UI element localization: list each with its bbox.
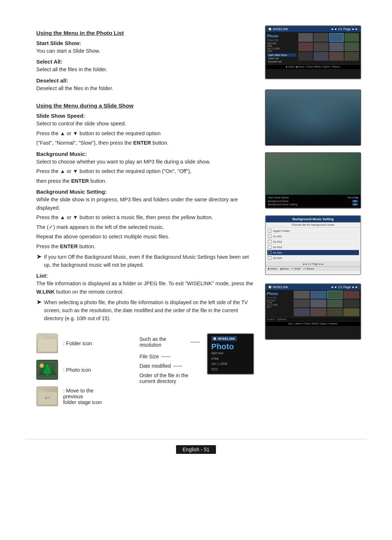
mock4-check-005 (268, 256, 271, 260)
mock3-bgms-label: Background Music Setting (268, 203, 297, 206)
mock3-bgms-on: On (352, 203, 358, 206)
mock1-info: 302*4404KBJun 1,20083/23 (267, 42, 296, 52)
bg-music-setting-text: While the slide show is in progress, MP3… (36, 196, 254, 212)
slide-show-speed-block: Slide Show Speed: Select to control the … (36, 113, 254, 147)
folder-icon-row: : Folder icon (36, 333, 114, 353)
mock5-status-sel: ● Sel 0 (267, 318, 275, 321)
mock4-page: ◄◄ 1/1 Page ►► (266, 262, 360, 266)
mock4-row-002: 02-002 (268, 239, 358, 245)
mock5-subtitle: Photo 001 (267, 297, 292, 299)
select-all-block: Select All: Select all the files in the … (36, 59, 254, 73)
bg-music-setting-block: Background Music Setting: While the slid… (36, 189, 254, 269)
mock2-waterfall (266, 90, 360, 145)
deselect-all-block: Deselect all: Deselect all the files in … (36, 77, 254, 92)
mock3-speed-val: Normal ▶ (347, 196, 358, 199)
bg-music-setting-d1: Press the ▲ or ▼ button to select a musi… (36, 213, 254, 221)
datemodified-annotation: Date modified (139, 363, 200, 369)
section2-heading: Using the Menu during a Slide Show (36, 102, 254, 109)
mock5-footer: lect ◇ Move ↵Enter MENU Option ↩Return (266, 321, 360, 326)
mock3-footer: ■ ▶ ↩ (266, 207, 360, 209)
mock1-thumb-9 (298, 52, 313, 61)
mock5-t6 (310, 299, 326, 307)
deselect-all-label: Deselect all: (36, 77, 254, 84)
select-all-label: Select All: (36, 59, 254, 65)
mock3-speed-label: Slide Show Speed (268, 196, 289, 199)
screen-mockup-1: 🔲 WISELINK ◄◄ 1/1 Page ►► Photo Photo 00… (265, 25, 361, 79)
mock4-footer-enter: ↵ Enter (292, 267, 301, 270)
screen-mockup-3: Slide Show Speed Normal ▶ Background Mus… (265, 152, 361, 209)
mock3-waterfall (266, 153, 360, 195)
mock1-subtitle: Photo 001 (267, 39, 296, 41)
mock1-thumb-7 (329, 43, 344, 51)
icon-list: : Folder icon : Photo icon (36, 333, 114, 406)
bg-detail2c: button. (89, 178, 106, 184)
bg-music-note: ➤ If you turn Off the Background Music, … (36, 253, 254, 269)
bg-music-setting-d4: Press the ENTER button. (36, 242, 254, 250)
mock4-row-003: 03-003 (268, 245, 358, 250)
prev-icon-row: ↩ : Move to the previous folder stage ic… (36, 386, 114, 406)
slide-show-speed-label: Slide Show Speed: (36, 113, 254, 119)
enter-bold-2: ENTER (71, 178, 89, 184)
filesize-dash (161, 356, 170, 357)
list-label: List: (36, 273, 254, 279)
order-annotation: Order of the file in the current directo… (139, 372, 200, 384)
wiselink-resolution: 680*440 (211, 351, 250, 356)
wiselink-brand: 🔲 WISELINK (211, 336, 250, 341)
slide-show-speed-detail1: Press the ▲ or ▼ button to select the re… (36, 129, 254, 137)
mock1-menu-item-2: Select all (267, 57, 296, 60)
mock4-upper-label: Upper Folder (273, 229, 290, 233)
mock4-003-label: 03-003 (273, 246, 282, 249)
background-music-label: Background Music: (36, 151, 254, 157)
mock4-footer: ■ Select ◆ Move ↵ Enter ↩ Return (266, 266, 360, 271)
mock3-bgm-on: On (352, 200, 358, 202)
deselect-all-text: Deselect all the files in the folder. (36, 84, 254, 92)
mock3-overlay: Slide Show Speed Normal ▶ Background Mus… (266, 195, 360, 207)
mock1-thumb-5 (298, 43, 313, 51)
bg-music-setting-d2: The (✓) mark appears to the left of the … (36, 223, 254, 231)
wiselink-annotation-box: 🔲 WISELINK Photo 680*440 47kB Jun 1.2008… (207, 333, 254, 375)
start-slide-show-text: You can start a Slide Show. (36, 47, 254, 55)
note-arrow-2: ➤ (36, 298, 42, 306)
filesize-annotation: File Size (139, 354, 200, 359)
enter-bold-1: ENTER (133, 140, 151, 146)
wiselink-date: Jun 1.2008 (211, 361, 250, 366)
bottom-section: : Folder icon : Photo icon (36, 333, 254, 406)
mock3-row1: Slide Show Speed Normal ▶ (268, 196, 358, 199)
mock4-001-label: 01-001 (273, 235, 282, 238)
mock1-page: ◄◄ 1/1 Page ►► (330, 27, 358, 31)
folder-icon-label: : Folder icon (63, 340, 92, 346)
bg-music-setting-label: Background Music Setting: (36, 189, 254, 195)
d4-text: Press the (36, 243, 60, 249)
photo-icon (36, 360, 58, 380)
mock5-status-info: 0photos (277, 318, 286, 321)
mock1-thumb-4 (344, 33, 359, 42)
mock5-t8 (343, 299, 359, 307)
mock5-title: Photo (267, 291, 292, 297)
resolution-dash (191, 342, 200, 342)
mock1-header: 🔲 WISELINK ◄◄ 1/1 Page ►► (266, 26, 360, 32)
mock5-t4 (343, 291, 359, 299)
screen-mockup-5: 🔲 WISELINK ◄◄ 1/1 Page ►► Photo Photo 00… (265, 283, 361, 340)
mock1-brand: 🔲 WISELINK (268, 27, 289, 31)
mock4-rows: Upper Folder 01-001 02-002 03-003 04-004 (266, 227, 360, 262)
svg-rect-5 (38, 362, 56, 378)
svg-rect-3 (38, 339, 57, 351)
mock1-thumb-6 (314, 43, 328, 51)
mock5-info: 302*44047KBJun 1.20083/23 (267, 299, 292, 308)
photo-icon-label: : Photo icon (63, 367, 91, 373)
datemodified-label: Date modified (139, 363, 171, 369)
bg-music-setting-d3: Repeat the above operation to select mul… (36, 233, 254, 241)
mock4-check-002 (268, 240, 271, 243)
resolution-annotation: Such as the resolution (139, 336, 200, 348)
mock1-thumb-10 (314, 52, 328, 61)
mock1-menu-item-1: Start Slide Show (267, 53, 296, 57)
mock5-header: 🔲 WISELINK ◄◄ 1/1 Page ►► (266, 284, 360, 290)
mock4-footer-move: ◆ Move (280, 267, 289, 270)
enter-bold-3: ENTER (60, 243, 78, 249)
list-block: List: The file information is displayed … (36, 273, 254, 322)
mock5-brand: 🔲 WISELINK (268, 285, 289, 289)
mock1-menu-item-3: Deselect all (267, 60, 296, 63)
mock4-002-label: 02-002 (273, 240, 282, 243)
list-text: The file information is displayed as a f… (36, 279, 254, 296)
prev-folder-icon: ↩ (36, 386, 58, 406)
